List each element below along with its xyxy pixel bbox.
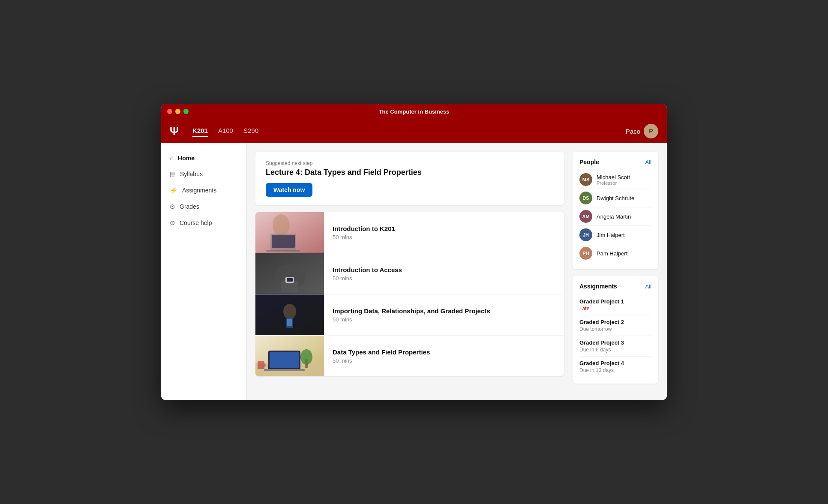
sidebar-item-home[interactable]: ⌂ Home bbox=[161, 150, 246, 166]
course-name-4: Data Types and Field Properties bbox=[333, 348, 430, 356]
suggested-title: Lecture 4: Data Types and Field Properti… bbox=[266, 168, 554, 177]
svg-point-1 bbox=[273, 214, 290, 236]
assignment-3[interactable]: Graded Project 3 Due in 6 days bbox=[579, 336, 651, 357]
avatar-dwight: DS bbox=[579, 192, 592, 204]
iu-logo: Ψ bbox=[170, 125, 179, 138]
suggested-card: Suggested next step Lecture 4: Data Type… bbox=[255, 152, 564, 205]
assignments-title: Assignments bbox=[579, 283, 617, 290]
course-item-2[interactable]: Introduction to Access 50 mins bbox=[255, 253, 564, 294]
person-michael-role: Professor bbox=[597, 180, 630, 186]
window-title: The Computer in Business bbox=[379, 108, 450, 115]
course-thumb-1 bbox=[255, 212, 324, 253]
people-list: MS Michael Scott Professor DS Dwight Sch… bbox=[579, 171, 651, 262]
assignments-card: Assignments All Graded Project 1 Late Gr… bbox=[573, 276, 658, 384]
assignments-all-link[interactable]: All bbox=[645, 283, 651, 290]
sidebar-item-grades[interactable]: ⊙ Grades bbox=[161, 198, 246, 215]
grades-icon: ⊙ bbox=[170, 203, 175, 210]
user-name: Paco bbox=[626, 128, 640, 135]
svg-rect-4 bbox=[266, 250, 300, 252]
person-jim-name: Jim Halpert bbox=[597, 232, 625, 238]
sidebar-item-course-help[interactable]: ⊙ Course help bbox=[161, 215, 246, 231]
course-name-1: Introduction to K201 bbox=[333, 225, 395, 232]
assignment-4-status: Due in 13 days bbox=[579, 367, 651, 373]
sidebar-label-syllabus: Syllabus bbox=[180, 171, 203, 177]
person-dwight-name: Dwight Schrute bbox=[597, 195, 634, 201]
course-item-3[interactable]: Importing Data, Relationships, and Grade… bbox=[255, 294, 564, 336]
syllabus-icon: ▤ bbox=[170, 170, 176, 178]
sidebar-item-assignments[interactable]: ⚡ Assignments bbox=[161, 182, 246, 198]
nav-tab-s290[interactable]: S290 bbox=[243, 125, 258, 137]
svg-rect-23 bbox=[258, 361, 264, 369]
fullscreen-button[interactable] bbox=[183, 109, 189, 114]
avatar-michael: MS bbox=[579, 173, 592, 186]
avatar-pam: PH bbox=[579, 247, 592, 260]
assignment-1-status: Late bbox=[579, 306, 651, 312]
course-thumb-2 bbox=[255, 253, 324, 294]
svg-point-13 bbox=[283, 304, 296, 319]
close-button[interactable] bbox=[167, 109, 172, 114]
course-list: Introduction to K201 50 mins bbox=[255, 212, 564, 376]
user-menu[interactable]: Paco P bbox=[626, 124, 658, 138]
assignment-2-name: Graded Project 2 bbox=[579, 319, 651, 325]
person-angela-name: Angela Martin bbox=[597, 213, 631, 220]
person-michael-name: Michael Scott bbox=[597, 174, 630, 180]
avatar-angela: AM bbox=[579, 210, 592, 223]
person-dwight-info: Dwight Schrute bbox=[597, 195, 634, 201]
assignment-2[interactable]: Graded Project 2 Due tomorrow bbox=[579, 315, 651, 336]
sidebar-label-assignments: Assignments bbox=[182, 187, 216, 194]
person-pam[interactable]: PH Pam Halpert bbox=[579, 244, 651, 262]
app-window: The Computer in Business Ψ K201 A100 S29… bbox=[161, 104, 667, 400]
navbar: Ψ K201 A100 S290 Paco P bbox=[161, 119, 667, 143]
content-area: Suggested next step Lecture 4: Data Type… bbox=[247, 143, 667, 400]
course-info-4: Data Types and Field Properties 50 mins bbox=[324, 342, 438, 371]
course-info-1: Introduction to K201 50 mins bbox=[324, 218, 404, 247]
sidebar: ⌂ Home ▤ Syllabus ⚡ Assignments ⊙ Grades… bbox=[161, 143, 247, 400]
person-angela[interactable]: AM Angela Martin bbox=[579, 207, 651, 226]
avatar-jim: JH bbox=[579, 228, 592, 241]
assignments-icon: ⚡ bbox=[170, 186, 178, 194]
person-michael-info: Michael Scott Professor bbox=[597, 174, 630, 186]
people-title: People bbox=[579, 159, 599, 165]
course-name-2: Introduction to Access bbox=[333, 266, 402, 273]
assignment-3-status: Due in 6 days bbox=[579, 347, 651, 353]
assignment-4-name: Graded Project 4 bbox=[579, 360, 651, 366]
person-jim-info: Jim Halpert bbox=[597, 232, 625, 238]
course-thumb-3 bbox=[255, 294, 324, 335]
people-header: People All bbox=[579, 159, 651, 165]
person-pam-info: Pam Halpert bbox=[597, 250, 627, 257]
watch-now-button[interactable]: Watch now bbox=[266, 183, 312, 197]
assignment-1[interactable]: Graded Project 1 Late bbox=[579, 295, 651, 315]
sidebar-label-home: Home bbox=[178, 155, 195, 162]
sidebar-label-course-help: Course help bbox=[180, 219, 212, 226]
person-michael[interactable]: MS Michael Scott Professor bbox=[579, 171, 651, 189]
svg-point-22 bbox=[300, 349, 312, 365]
course-help-icon: ⊙ bbox=[170, 219, 175, 227]
person-dwight[interactable]: DS Dwight Schrute bbox=[579, 189, 651, 207]
svg-rect-19 bbox=[270, 352, 299, 368]
course-duration-1: 50 mins bbox=[333, 234, 395, 240]
nav-tab-k201[interactable]: K201 bbox=[192, 125, 208, 137]
course-item-1[interactable]: Introduction to K201 50 mins bbox=[255, 212, 564, 253]
assignment-2-status: Due tomorrow bbox=[579, 326, 651, 332]
right-panel: People All MS Michael Scott Professor bbox=[573, 152, 658, 392]
assignment-1-name: Graded Project 1 bbox=[579, 298, 651, 305]
svg-rect-3 bbox=[272, 235, 295, 248]
main-panel: Suggested next step Lecture 4: Data Type… bbox=[255, 152, 564, 392]
people-all-link[interactable]: All bbox=[645, 159, 651, 165]
sidebar-label-grades: Grades bbox=[180, 203, 199, 210]
assignment-4[interactable]: Graded Project 4 Due in 13 days bbox=[579, 357, 651, 377]
course-duration-4: 50 mins bbox=[333, 357, 430, 364]
course-duration-3: 50 mins bbox=[333, 316, 490, 323]
svg-rect-24 bbox=[264, 363, 266, 367]
minimize-button[interactable] bbox=[175, 109, 180, 114]
sidebar-item-syllabus[interactable]: ▤ Syllabus bbox=[161, 166, 246, 182]
course-item-4[interactable]: Data Types and Field Properties 50 mins bbox=[255, 336, 564, 376]
course-duration-2: 50 mins bbox=[333, 275, 402, 282]
main-layout: ⌂ Home ▤ Syllabus ⚡ Assignments ⊙ Grades… bbox=[161, 143, 667, 400]
person-jim[interactable]: JH Jim Halpert bbox=[579, 226, 651, 244]
nav-tab-a100[interactable]: A100 bbox=[218, 125, 233, 137]
svg-rect-20 bbox=[264, 369, 305, 371]
assignment-3-name: Graded Project 3 bbox=[579, 339, 651, 346]
course-info-2: Introduction to Access 50 mins bbox=[324, 259, 411, 288]
titlebar: The Computer in Business bbox=[161, 104, 667, 119]
